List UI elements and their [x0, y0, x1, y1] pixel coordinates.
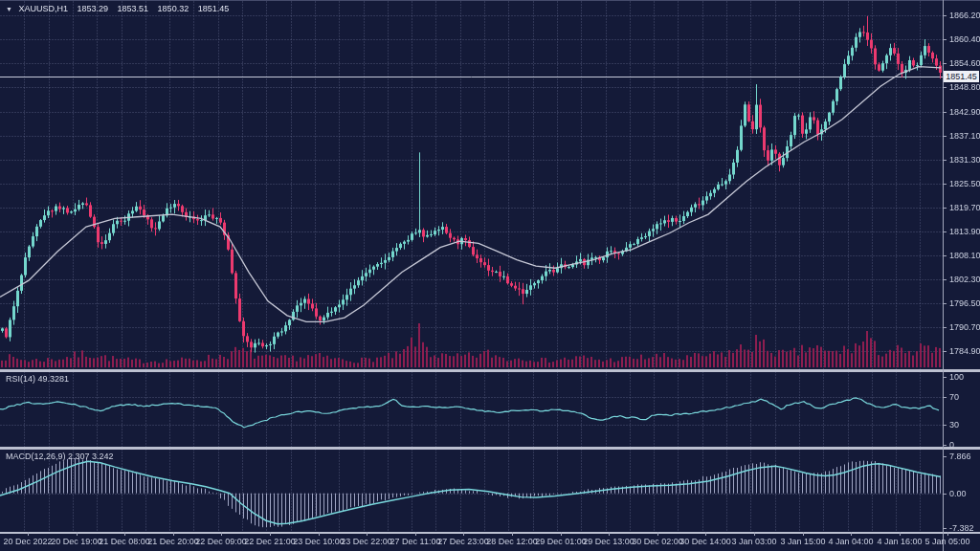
- time-axis-label: 22 Dec 21:00: [244, 537, 296, 546]
- price-axis-label: 1842.90: [949, 107, 980, 117]
- price-axis-label: 1802.30: [949, 275, 980, 284]
- time-axis-label: 22 Dec 09:00: [195, 537, 247, 546]
- time-axis-label: 21 Dec 20:00: [147, 537, 199, 546]
- macd-scale-label: 0.00: [949, 489, 967, 498]
- symbol-title: XAUUSD,H1: [18, 4, 68, 13]
- time-axis-label: 28 Dec 12:00: [486, 537, 538, 546]
- price-axis-label: 1819.70: [949, 203, 980, 212]
- time-axis-label: 3 Jan 03:00: [731, 537, 776, 546]
- time-axis-label: 30 Dec 14:00: [679, 537, 731, 546]
- macd-scale-label: -7.382: [949, 523, 974, 533]
- time-axis-label: 3 Jan 15:00: [780, 537, 825, 546]
- time-axis-label: 29 Dec 13:00: [583, 537, 635, 546]
- rsi-scale-label: 30: [949, 420, 959, 430]
- time-axis-label: 4 Jan 04:00: [828, 537, 873, 546]
- ohlc-open: 1853.29: [77, 4, 108, 13]
- time-axis-label: 27 Dec 23:00: [437, 537, 489, 546]
- rsi-indicator-label: RSI(14) 49.3281: [6, 374, 69, 384]
- price-axis-label: 1796.50: [949, 298, 980, 308]
- price-axis-label: 1854.60: [949, 58, 980, 68]
- time-axis-label: 20 Dec 19:00: [51, 537, 102, 546]
- time-axis-label: 21 Dec 08:00: [99, 537, 150, 546]
- macd-scale-label: 7.866: [949, 452, 971, 461]
- ohlc-low: 1850.32: [158, 4, 189, 13]
- time-axis-label: 23 Dec 22:00: [341, 537, 392, 546]
- symbol-dropdown-icon[interactable]: ▼: [6, 6, 12, 12]
- chart-canvas[interactable]: [0, 0, 980, 551]
- price-axis-label: 1837.10: [949, 131, 980, 141]
- price-axis-label: 1784.90: [949, 346, 980, 356]
- symbol-header: ▼ XAUUSD,H1 1853.29 1853.51 1850.32 1851…: [6, 4, 235, 13]
- rsi-scale-label: 100: [949, 372, 964, 382]
- price-axis-label: 1790.70: [949, 322, 980, 332]
- ohlc-close: 1851.45: [198, 4, 230, 13]
- price-axis-label: 1866.20: [949, 11, 980, 20]
- rsi-scale-label: 70: [949, 392, 959, 402]
- time-axis-label: 30 Dec 02:00: [632, 537, 683, 546]
- price-axis-label: 1825.50: [949, 179, 980, 188]
- price-axis-label: 1808.10: [949, 251, 980, 260]
- time-axis-label: 23 Dec 10:00: [293, 537, 345, 546]
- ohlc-high: 1853.51: [118, 4, 149, 13]
- time-axis-label: 20 Dec 2022: [3, 537, 52, 546]
- price-axis-label: 1831.30: [949, 155, 980, 165]
- time-axis-label: 27 Dec 11:00: [390, 537, 441, 546]
- rsi-scale-label: 0: [949, 440, 954, 450]
- time-axis-label: 4 Jan 16:00: [877, 537, 922, 546]
- price-axis-label: 1860.40: [949, 34, 980, 44]
- current-price-tag: 1851.45: [944, 71, 979, 82]
- price-axis-label: 1813.90: [949, 227, 980, 236]
- macd-indicator-label: MACD(12,26,9) 2.307 3.242: [6, 452, 114, 461]
- time-axis-label: 5 Jan 05:00: [924, 537, 969, 546]
- trading-chart-window: ▼ XAUUSD,H1 1853.29 1853.51 1850.32 1851…: [0, 0, 980, 551]
- price-axis-label: 1848.80: [949, 82, 980, 92]
- time-axis-label: 29 Dec 01:00: [535, 537, 587, 546]
